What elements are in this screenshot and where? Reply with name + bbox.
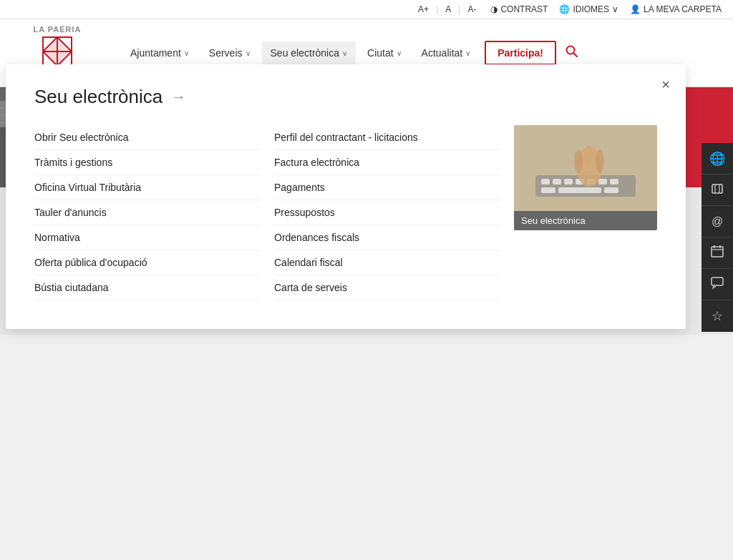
nav-ajuntament[interactable]: Ajuntament ∨: [122, 41, 198, 64]
dropdown-col-2: Perfil del contractant - licitacions Fac…: [274, 125, 500, 300]
search-button[interactable]: [559, 41, 585, 65]
at-icon: @: [712, 215, 723, 228]
calendar-icon: [710, 244, 724, 262]
link-oficina-virtual[interactable]: Oficina Virtual Tributària: [34, 175, 260, 200]
link-ordenances[interactable]: Ordenances fiscals: [274, 225, 500, 250]
hand-keyboard-image: [514, 125, 657, 211]
link-carta-serveis[interactable]: Carta de serveis: [274, 275, 500, 300]
svg-rect-18: [604, 187, 618, 193]
close-button[interactable]: ×: [656, 74, 676, 94]
chevron-down-icon: ∨: [184, 49, 189, 57]
sidebar-calendar-button[interactable]: [702, 237, 733, 269]
link-pressupostos[interactable]: Pressupostos: [274, 200, 500, 225]
svg-rect-40: [712, 277, 723, 285]
image-caption: Seu electrònica: [514, 211, 657, 230]
dropdown-content: Obrir Seu electrònica Tràmits i gestions…: [34, 125, 657, 300]
globe-icon: 🌐: [559, 4, 570, 14]
chevron-down-icon: ∨: [397, 49, 402, 57]
sidebar-globe-button[interactable]: 🌐: [702, 143, 733, 175]
svg-rect-33: [712, 185, 722, 193]
sidebar-map-button[interactable]: [702, 175, 733, 206]
main-nav: Ajuntament ∨ Serveis ∨ Seu electrònica ∨…: [122, 41, 719, 65]
nav-serveis[interactable]: Serveis ∨: [200, 41, 259, 64]
nav-actualitat[interactable]: Actualitat ∨: [413, 41, 480, 64]
star-icon: ☆: [712, 308, 723, 324]
dropdown-image: [514, 125, 657, 211]
right-sidebar: 🌐 @: [702, 143, 733, 332]
font-size-group: A+ | A | A-: [415, 3, 479, 16]
participa-button[interactable]: Participa!: [485, 41, 556, 65]
link-pagaments[interactable]: Pagaments: [274, 175, 500, 200]
contrast-label: CONTRAST: [500, 4, 548, 14]
page: A+ | A | A- ◑ CONTRAST 🌐 IDIOMES ∨ 👤 LA …: [0, 0, 733, 560]
link-oferta-publica[interactable]: Oferta pública d'ocupació: [34, 250, 260, 275]
svg-rect-16: [541, 187, 555, 193]
sidebar-at-button[interactable]: @: [702, 206, 733, 237]
font-normal-button[interactable]: A: [442, 3, 454, 16]
seu-electronica-dropdown: × Seu electrònica → Obrir Seu electrònic…: [6, 64, 686, 329]
chevron-down-icon: ∨: [612, 4, 618, 14]
user-icon: 👤: [630, 4, 641, 14]
svg-point-20: [584, 145, 594, 165]
sidebar-chat-button[interactable]: [702, 269, 733, 300]
logo-top-text: LA PAERIA: [33, 25, 81, 34]
svg-point-22: [596, 149, 604, 172]
link-bustia[interactable]: Bústia ciutadana: [34, 275, 260, 300]
svg-rect-9: [541, 179, 550, 185]
svg-rect-11: [564, 179, 573, 185]
idiomes-button[interactable]: 🌐 IDIOMES ∨: [559, 4, 618, 14]
contrast-icon: ◑: [490, 4, 497, 14]
link-tauler[interactable]: Tauler d'anuncis: [34, 200, 260, 225]
chat-icon: [710, 275, 724, 293]
svg-rect-17: [558, 187, 601, 193]
top-bar: A+ | A | A- ◑ CONTRAST 🌐 IDIOMES ∨ 👤 LA …: [0, 0, 733, 19]
font-decrease-button[interactable]: A-: [465, 3, 479, 16]
font-increase-button[interactable]: A+: [415, 3, 432, 16]
link-perfil-contractant[interactable]: Perfil del contractant - licitacions: [274, 125, 500, 150]
dropdown-title: Seu electrònica →: [34, 86, 657, 108]
search-icon: [565, 44, 579, 59]
chevron-down-icon: ∨: [465, 49, 470, 57]
nav-seu-electronica[interactable]: Seu electrònica ∨: [262, 41, 356, 64]
chevron-down-icon: ∨: [246, 49, 251, 57]
svg-point-21: [574, 149, 583, 172]
svg-rect-10: [553, 179, 561, 185]
arrow-icon: →: [171, 89, 185, 105]
link-factura[interactable]: Factura electrònica: [274, 150, 500, 175]
carpeta-button[interactable]: 👤 LA MEVA CARPETA: [630, 4, 722, 14]
dropdown-image-card: Seu electrònica: [514, 125, 657, 300]
link-obrir-seu[interactable]: Obrir Seu electrònica: [34, 125, 260, 150]
svg-rect-36: [712, 247, 723, 257]
link-tramits[interactable]: Tràmits i gestions: [34, 150, 260, 175]
contrast-button[interactable]: ◑ CONTRAST: [490, 4, 548, 14]
link-calendari-fiscal[interactable]: Calendari fiscal: [274, 250, 500, 275]
idiomes-label: IDIOMES: [573, 4, 609, 14]
svg-rect-15: [610, 179, 618, 185]
svg-rect-14: [598, 179, 607, 185]
sidebar-star-button[interactable]: ☆: [702, 300, 733, 332]
link-normativa[interactable]: Normativa: [34, 225, 260, 250]
globe-icon: 🌐: [709, 151, 725, 167]
carpeta-label: LA MEVA CARPETA: [644, 4, 722, 14]
dropdown-col-1: Obrir Seu electrònica Tràmits i gestions…: [34, 125, 260, 300]
nav-ciutat[interactable]: Ciutat ∨: [359, 41, 410, 64]
svg-line-6: [574, 53, 578, 57]
map-icon: [710, 181, 724, 199]
chevron-down-icon: ∨: [342, 49, 347, 57]
